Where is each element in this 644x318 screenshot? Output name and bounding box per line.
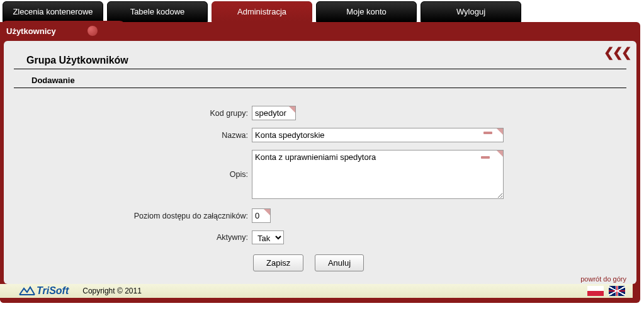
page-title: Grupa Użytkowników bbox=[26, 55, 626, 66]
subtab-label: Użytkownicy bbox=[6, 26, 56, 36]
main-panel: ❮❮❮ Grupa Użytkowników Dodawanie Kod gru… bbox=[4, 41, 636, 284]
tab-label: Tabele kodowe bbox=[130, 7, 185, 16]
input-nazwa[interactable] bbox=[252, 128, 504, 142]
subtab-uzytkownicy[interactable]: Użytkownicy bbox=[0, 21, 126, 41]
save-button-label: Zapisz bbox=[266, 258, 290, 268]
subtab-bar: Użytkownicy bbox=[0, 22, 636, 41]
label-aktywny: Aktywny: bbox=[14, 230, 252, 244]
tab-wyloguj[interactable]: Wyloguj bbox=[421, 1, 521, 22]
content-frame: Użytkownicy ❮❮❮ Grupa Użytkowników Dodaw… bbox=[0, 22, 640, 303]
tab-label: Administracja bbox=[237, 7, 286, 16]
tab-administracja[interactable]: Administracja bbox=[212, 1, 312, 22]
cancel-button-label: Anuluj bbox=[328, 258, 351, 268]
clear-icon[interactable] bbox=[483, 132, 492, 134]
copyright-text: Copyright © 2011 bbox=[82, 287, 142, 295]
page-subtitle: Dodawanie bbox=[31, 76, 626, 85]
tab-moje-konto[interactable]: Moje konto bbox=[316, 1, 417, 22]
select-aktywny[interactable]: Tak Nie bbox=[252, 230, 284, 244]
row-aktywny: Aktywny: Tak Nie bbox=[14, 230, 626, 244]
label-poziom: Poziom dostępu do załączników: bbox=[14, 209, 252, 223]
brand-logo[interactable]: TriSoft bbox=[19, 285, 69, 297]
save-button[interactable]: Zapisz bbox=[253, 254, 303, 271]
back-chevrons-icon[interactable]: ❮❮❮ bbox=[604, 45, 630, 60]
language-flags bbox=[587, 286, 625, 296]
globe-icon bbox=[88, 26, 98, 36]
footer: TriSoft Copyright © 2011 bbox=[0, 284, 633, 303]
back-to-top-link[interactable]: powrót do góry bbox=[580, 275, 626, 283]
tab-label: Zlecenia kontenerowe bbox=[13, 7, 93, 16]
input-kod-grupy[interactable] bbox=[252, 106, 296, 120]
row-poziom: Poziom dostępu do załączników: bbox=[14, 208, 626, 223]
user-group-form: Kod grupy: Nazwa: Opis: bbox=[14, 106, 626, 271]
label-nazwa: Nazwa: bbox=[14, 128, 252, 142]
flag-pl-icon[interactable] bbox=[587, 286, 604, 296]
row-kod-grupy: Kod grupy: bbox=[14, 106, 626, 120]
subtitle-divider bbox=[14, 88, 626, 88]
row-nazwa: Nazwa: bbox=[14, 128, 626, 142]
tab-tabele-kodowe[interactable]: Tabele kodowe bbox=[107, 1, 208, 22]
logo-mountain-icon bbox=[19, 286, 35, 296]
clear-icon[interactable] bbox=[481, 156, 490, 159]
cancel-button[interactable]: Anuluj bbox=[315, 254, 364, 271]
brand-name: TriSoft bbox=[37, 285, 69, 297]
form-buttons: Zapisz Anuluj bbox=[253, 254, 626, 271]
input-poziom[interactable] bbox=[252, 208, 271, 223]
row-opis: Opis: bbox=[14, 150, 626, 201]
footer-inner: TriSoft Copyright © 2011 bbox=[0, 284, 633, 298]
title-divider bbox=[14, 69, 626, 69]
flag-uk-icon[interactable] bbox=[609, 286, 625, 296]
tab-label: Moje konto bbox=[346, 7, 387, 16]
tab-label: Wyloguj bbox=[456, 7, 485, 16]
textarea-opis[interactable] bbox=[252, 150, 504, 199]
label-kod-grupy: Kod grupy: bbox=[14, 106, 252, 120]
tab-zlecenia-kontenerowe[interactable]: Zlecenia kontenerowe bbox=[3, 1, 103, 22]
top-nav: Zlecenia kontenerowe Tabele kodowe Admin… bbox=[3, 1, 644, 22]
label-opis: Opis: bbox=[14, 150, 252, 181]
